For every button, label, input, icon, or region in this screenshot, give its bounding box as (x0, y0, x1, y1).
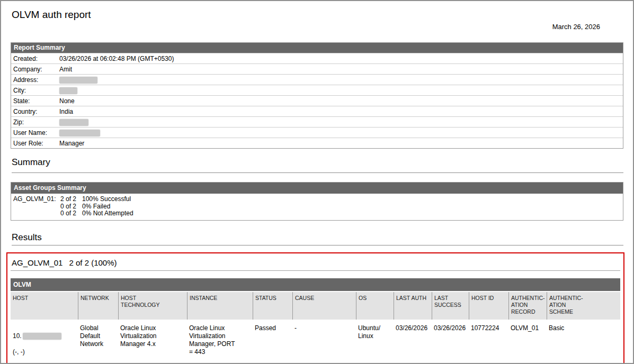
stat-text: 100% Successful (82, 196, 131, 203)
column-header-host: HOST (11, 292, 78, 320)
stat-count: 0 of 2 (60, 203, 82, 211)
row-value (59, 86, 623, 94)
column-header-os: OS (356, 292, 394, 320)
redacted-host-ip (23, 333, 61, 340)
row-value (59, 129, 623, 136)
asset-groups-summary-table: Asset Groups Summary AG_OLVM_01: 2 of 2 … (11, 182, 623, 221)
table-row-user-name: User Name: (11, 127, 623, 138)
table-row-created: Created: 03/26/2026 at 06:02:48 PM (GMT+… (11, 53, 623, 63)
cell-cause: - (292, 321, 356, 364)
cell-instance: Oracle Linux Virtualization Manager, POR… (187, 321, 253, 364)
row-label: User Role: (13, 140, 59, 147)
redacted-value (59, 77, 97, 84)
row-value (59, 118, 623, 125)
row-value (59, 76, 623, 83)
table-row-company: Company: Amit (11, 63, 623, 74)
column-header-last-auth: LAST AUTH (394, 292, 432, 320)
host-ip-prefix: 10. (13, 332, 22, 340)
asset-group-stats: 2 of 2 100% Successful 0 of 2 0% Failed … (60, 196, 133, 217)
results-heading: Results (12, 232, 623, 245)
report-page: OLVM auth report March 26, 2026 Report S… (0, 0, 634, 364)
column-header-instance: INSTANCE (187, 292, 253, 320)
cell-status: Passed (253, 321, 292, 364)
results-group-stat: 2 of 2 (100%) (69, 258, 117, 267)
row-label: Address: (13, 76, 59, 84)
row-label: Created: (13, 55, 59, 62)
results-group-box: AG_OLVM_012 of 2 (100%) OLVM HOST NETWOR… (6, 252, 624, 364)
page-title: OLVM auth report (12, 9, 623, 20)
results-column-header-row: HOST NETWORK HOST TECHNOLOGY INSTANCE ST… (11, 292, 620, 320)
column-header-last-success: LAST SUCCESS (432, 292, 469, 320)
cell-os: Ubuntu/ Linux (356, 321, 394, 364)
asset-groups-summary-header: Asset Groups Summary (11, 183, 623, 194)
row-value: Amit (59, 66, 623, 73)
row-value: 03/26/2026 at 06:02:48 PM (GMT+0530) (59, 55, 623, 62)
table-row-address: Address: (11, 74, 623, 85)
stat-count: 0 of 2 (60, 210, 82, 217)
stat-line-not-attempted: 0 of 2 0% Not Attempted (60, 210, 133, 217)
table-row-state: State: None (11, 95, 623, 106)
column-header-authentication-record: AUTHENTIC- ATION RECORD (508, 292, 547, 320)
cell-authentication-scheme: Basic (547, 321, 620, 364)
redacted-value (59, 130, 100, 136)
cell-host: 10. (-, -) (11, 321, 78, 364)
stat-text: 0% Not Attempted (82, 210, 133, 217)
report-summary-table: Report Summary Created: 03/26/2026 at 06… (11, 42, 623, 149)
row-label: Country: (13, 108, 59, 115)
cell-network: Global Default Network (78, 321, 118, 364)
summary-heading: Summary (12, 157, 623, 173)
cell-host-technology: Oracle Linux Virtualization Manager 4.x (118, 321, 187, 364)
cell-host-id: 10772224 (469, 321, 508, 364)
host-ip-line: 10. (13, 332, 76, 340)
column-header-authentication-scheme: AUTHENTIC- ATION SCHEME (547, 292, 620, 320)
row-label: City: (13, 87, 59, 94)
stat-line-failed: 0 of 2 0% Failed (60, 203, 133, 211)
column-header-network: NETWORK (78, 292, 118, 320)
redacted-value (59, 87, 77, 94)
stat-text: 0% Failed (82, 203, 110, 211)
report-summary-header: Report Summary (11, 43, 623, 53)
column-header-status: STATUS (253, 292, 292, 320)
asset-groups-summary-body: AG_OLVM_01: 2 of 2 100% Successful 0 of … (11, 194, 623, 220)
row-label: State: (13, 97, 59, 105)
row-value: India (59, 108, 623, 115)
olvm-table-header: OLVM (11, 278, 620, 291)
stat-count: 2 of 2 (60, 196, 82, 203)
report-content: OLVM auth report March 26, 2026 Report S… (1, 9, 633, 364)
cell-last-auth: 03/26/2026 (394, 321, 432, 364)
results-data-row: 10. (-, -) Global Default Network Oracle… (11, 321, 620, 364)
row-label: Company: (13, 66, 59, 73)
column-header-host-technology: HOST TECHNOLOGY (118, 292, 187, 320)
stat-line-successful: 2 of 2 100% Successful (60, 196, 133, 203)
redacted-value (59, 119, 88, 126)
row-label: Zip: (13, 119, 59, 126)
row-value: Manager (59, 140, 623, 147)
cell-last-success: 03/26/2026 (432, 321, 469, 364)
row-label: User Name: (13, 129, 59, 136)
report-date: March 26, 2026 (11, 23, 623, 31)
host-sub-line: (-, -) (13, 348, 76, 356)
results-group-name: AG_OLVM_01 (12, 258, 62, 267)
asset-group-name: AG_OLVM_01: (13, 196, 60, 217)
results-group-title: AG_OLVM_012 of 2 (100%) (11, 257, 620, 271)
row-value: None (59, 97, 623, 105)
column-header-cause: CAUSE (292, 292, 356, 320)
column-header-host-id: HOST ID (469, 292, 508, 320)
table-row-user-role: User Role: Manager (11, 138, 623, 148)
table-row-country: Country: India (11, 106, 623, 116)
table-row-city: City: (11, 85, 623, 95)
table-row-zip: Zip: (11, 116, 623, 127)
cell-authentication-record: OLVM_01 (508, 321, 547, 364)
